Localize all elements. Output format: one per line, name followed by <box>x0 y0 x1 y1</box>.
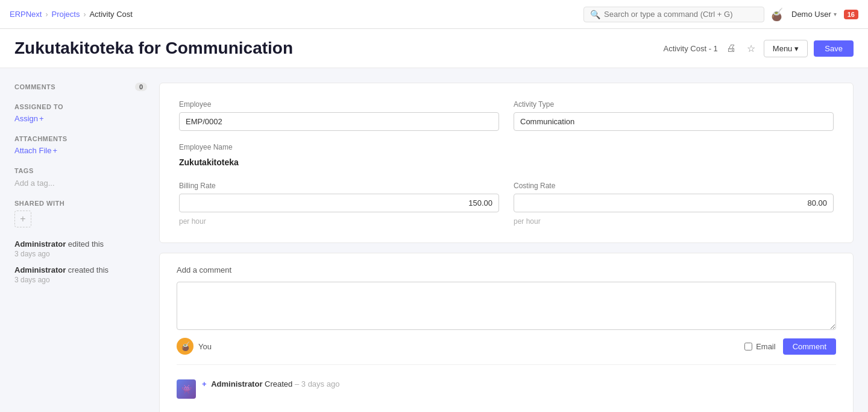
sidebar-attach-action[interactable]: Attach File + <box>14 146 147 155</box>
activity-log-plus-icon: + <box>202 379 207 388</box>
page-actions: Activity Cost - 1 🖨 ☆ Menu ▾ Save <box>664 40 854 57</box>
content-area: Comments 0 ASSIGNED TO Assign + ATTACHME… <box>0 68 868 412</box>
nav-cup-icon: 🧉 <box>769 7 784 22</box>
activity-type-input[interactable] <box>514 112 834 131</box>
billing-rate-label: Billing Rate <box>179 182 499 190</box>
billing-rate-hint: per hour <box>179 217 499 226</box>
form-row-employee-activity: Employee Activity Type <box>179 100 834 131</box>
comment-username: You <box>198 342 212 351</box>
sidebar-assigned-section: ASSIGNED TO Assign + <box>14 103 147 123</box>
sidebar-shared-section: SHARED WITH + <box>14 200 147 227</box>
top-navigation: ERPNext › Projects › Activity Cost 🔍 🧉 D… <box>0 0 868 29</box>
main-form-card: Employee Activity Type Employee Name Zuk… <box>159 83 854 243</box>
page-title: Zukutakitoteka for Communication <box>14 39 293 58</box>
form-row-employee-name: Employee Name Zukutakitoteka <box>179 143 834 170</box>
form-group-employee-name: Employee Name Zukutakitoteka <box>179 143 499 170</box>
print-button[interactable]: 🖨 <box>724 40 738 56</box>
sidebar-assigned-header: ASSIGNED TO <box>14 103 147 110</box>
menu-label: Menu <box>773 44 793 53</box>
costing-rate-hint: per hour <box>514 217 834 226</box>
nav-user-menu[interactable]: Demo User ▾ <box>791 10 837 19</box>
sidebar-comments-header: Comments 0 <box>14 83 147 91</box>
employee-name-label: Employee Name <box>179 143 499 151</box>
sidebar-activity-log: Administrator edited this 3 days ago Adm… <box>14 239 147 284</box>
sidebar-attachments-header: ATTACHMENTS <box>14 135 147 142</box>
sidebar-comments-section: Comments 0 <box>14 83 147 91</box>
employee-input[interactable] <box>179 112 499 131</box>
page-breadcrumb-ref: Activity Cost - 1 <box>664 44 718 53</box>
sidebar-shared-title: SHARED WITH <box>14 200 64 207</box>
form-group-activity-type: Activity Type <box>514 100 834 131</box>
sidebar-assign-label: Assign <box>14 114 38 123</box>
nav-notifications-badge[interactable]: 16 <box>844 10 858 19</box>
form-group-billing-rate: Billing Rate per hour <box>179 182 499 226</box>
sidebar-comments-count: 0 <box>135 83 147 91</box>
sidebar-tags-placeholder[interactable]: Add a tag... <box>14 179 55 188</box>
activity-log-item-1: 👾 + Administrator Created – 3 days ago <box>177 375 836 404</box>
search-bar: 🔍 <box>583 7 764 22</box>
sidebar-attachments-section: ATTACHMENTS Attach File + <box>14 135 147 155</box>
activity-type-label: Activity Type <box>514 100 834 109</box>
sidebar-tags-header: TAGS <box>14 167 147 174</box>
sidebar-attach-icon: + <box>52 146 57 155</box>
comment-card-title: Add a comment <box>177 265 836 274</box>
form-group-empty <box>514 143 834 170</box>
sidebar-activity-time-2: 3 days ago <box>14 276 147 284</box>
sidebar-activity-action-1: edited this <box>68 239 104 249</box>
star-button[interactable]: ☆ <box>744 40 758 57</box>
sidebar-comments-title: Comments <box>14 83 55 90</box>
email-checkbox-label[interactable]: Email <box>744 342 776 351</box>
activity-log-avatar-1: 👾 <box>177 379 196 399</box>
breadcrumb: ERPNext › Projects › Activity Cost <box>10 10 579 19</box>
breadcrumb-sep-1: › <box>45 10 48 19</box>
costing-rate-input[interactable] <box>514 194 834 212</box>
sidebar-assign-icon: + <box>39 114 44 123</box>
menu-caret-icon: ▾ <box>794 44 799 53</box>
nav-user-caret: ▾ <box>834 11 837 17</box>
form-area: Employee Activity Type Employee Name Zuk… <box>159 83 854 412</box>
comment-actions: Email Comment <box>744 338 836 355</box>
menu-button[interactable]: Menu ▾ <box>764 40 808 57</box>
comment-card: Add a comment 🧉 You Email Com <box>159 253 854 412</box>
nav-right: 🧉 Demo User ▾ 16 <box>769 7 858 22</box>
sidebar-activity-user-2: Administrator <box>14 265 66 274</box>
comment-textarea[interactable] <box>177 282 836 330</box>
main-wrapper: Zukutakitoteka for Communication Activit… <box>0 29 868 412</box>
search-icon: 🔍 <box>590 10 600 19</box>
comment-cup-icon: 🧉 <box>180 341 190 351</box>
breadcrumb-sep-2: › <box>83 10 86 19</box>
activity-log-text-1: + Administrator Created – 3 days ago <box>202 379 339 388</box>
sidebar: Comments 0 ASSIGNED TO Assign + ATTACHME… <box>14 83 147 412</box>
activity-log-action-1: Created <box>265 379 292 388</box>
sidebar-shared-add-button[interactable]: + <box>14 211 31 227</box>
breadcrumb-projects[interactable]: Projects <box>51 10 80 19</box>
sidebar-attach-label: Attach File <box>14 146 51 155</box>
page-header: Zukutakitoteka for Communication Activit… <box>0 29 868 68</box>
breadcrumb-erpnext[interactable]: ERPNext <box>10 10 42 19</box>
form-group-costing-rate: Costing Rate per hour <box>514 182 834 226</box>
comment-submit-button[interactable]: Comment <box>783 338 836 355</box>
email-label: Email <box>756 342 776 351</box>
form-group-employee: Employee <box>179 100 499 131</box>
sidebar-activity-item-2: Administrator created this 3 days ago <box>14 265 147 284</box>
email-checkbox[interactable] <box>744 343 752 350</box>
sidebar-assigned-title: ASSIGNED TO <box>14 103 63 110</box>
search-input[interactable] <box>604 10 758 19</box>
save-button[interactable]: Save <box>814 40 854 57</box>
sidebar-activity-time-1: 3 days ago <box>14 250 147 258</box>
comment-footer: 🧉 You Email Comment <box>177 338 836 355</box>
costing-rate-label: Costing Rate <box>514 182 834 190</box>
breadcrumb-activity-cost: Activity Cost <box>89 10 133 19</box>
sidebar-shared-header: SHARED WITH <box>14 200 147 207</box>
employee-name-value: Zukutakitoteka <box>179 155 499 170</box>
form-row-rates: Billing Rate per hour Costing Rate per h… <box>179 182 834 226</box>
employee-label: Employee <box>179 100 499 109</box>
sidebar-activity-user-1: Administrator <box>14 239 66 249</box>
billing-rate-input[interactable] <box>179 194 499 212</box>
sidebar-assign-action[interactable]: Assign + <box>14 114 147 123</box>
comment-user: 🧉 You <box>177 338 212 355</box>
sidebar-activity-item-1: Administrator edited this 3 days ago <box>14 239 147 258</box>
activity-log-section: 👾 + Administrator Created – 3 days ago <box>177 364 836 404</box>
nav-username: Demo User <box>791 10 831 19</box>
sidebar-tags-section: TAGS Add a tag... <box>14 167 147 188</box>
